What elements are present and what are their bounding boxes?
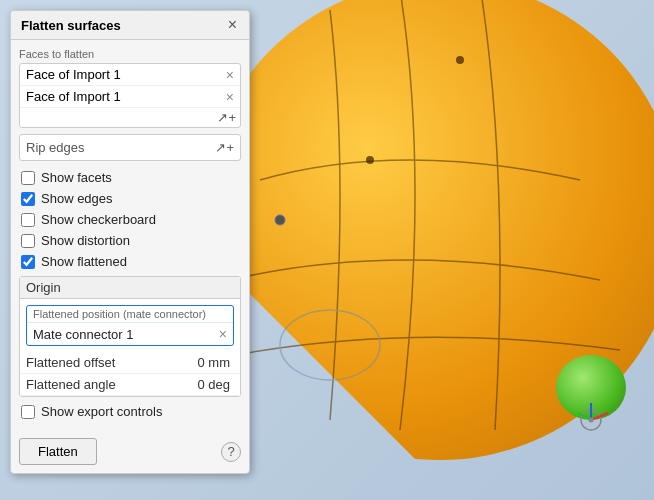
flattened-pos-row: Mate connector 1 × — [27, 323, 233, 345]
help-icon[interactable]: ? — [221, 442, 241, 462]
prop-value-angle: 0 deg — [197, 377, 234, 392]
show-facets-label[interactable]: Show facets — [41, 170, 112, 185]
faces-add-area[interactable]: ↗+ — [20, 108, 240, 127]
svg-point-2 — [366, 156, 374, 164]
flatten-button[interactable]: Flatten — [19, 438, 97, 465]
face-row-2: Face of Import 1 × — [20, 86, 240, 108]
flattened-pos-value: Mate connector 1 — [33, 327, 133, 342]
flattened-pos-header: Flattened position (mate connector) — [27, 306, 233, 323]
show-export-label[interactable]: Show export controls — [41, 404, 162, 419]
checkbox-show-checkerboard: Show checkerboard — [19, 211, 241, 228]
checkbox-show-flattened: Show flattened — [19, 253, 241, 270]
show-edges-checkbox[interactable] — [21, 192, 35, 206]
face-remove-btn-1[interactable]: × — [226, 68, 234, 82]
rip-edges-label: Rip edges — [26, 140, 85, 155]
axis-indicator — [566, 395, 616, 445]
faces-cursor-icon: ↗+ — [217, 110, 236, 125]
rip-edges-box[interactable]: Rip edges ↗+ — [19, 134, 241, 161]
faces-input-box: Face of Import 1 × Face of Import 1 × ↗+ — [19, 63, 241, 128]
prop-label-offset: Flattened offset — [20, 355, 115, 370]
prop-value-offset: 0 mm — [198, 355, 235, 370]
show-edges-label[interactable]: Show edges — [41, 191, 113, 206]
checkbox-show-distortion: Show distortion — [19, 232, 241, 249]
panel-bottom: Flatten ? — [11, 432, 249, 473]
svg-point-0 — [280, 310, 380, 380]
svg-point-8 — [589, 418, 594, 423]
prop-row-angle: Flattened angle 0 deg — [20, 374, 240, 396]
show-checkerboard-checkbox[interactable] — [21, 213, 35, 227]
checkbox-show-export: Show export controls — [19, 403, 241, 420]
show-export-checkbox[interactable] — [21, 405, 35, 419]
show-checkerboard-label[interactable]: Show checkerboard — [41, 212, 156, 227]
checkbox-show-edges: Show edges — [19, 190, 241, 207]
face-remove-btn-2[interactable]: × — [226, 90, 234, 104]
prop-row-offset: Flattened offset 0 mm — [20, 352, 240, 374]
show-flattened-label[interactable]: Show flattened — [41, 254, 127, 269]
flatten-surfaces-panel: Flatten surfaces × Faces to flatten Face… — [10, 10, 250, 474]
svg-point-1 — [456, 56, 464, 64]
faces-section-label: Faces to flatten — [19, 48, 241, 60]
panel-header: Flatten surfaces × — [11, 11, 249, 40]
face-row-1: Face of Import 1 × — [20, 64, 240, 86]
face-name-2: Face of Import 1 — [26, 89, 121, 104]
checkbox-show-facets: Show facets — [19, 169, 241, 186]
panel-close-button[interactable]: × — [226, 17, 239, 33]
prop-label-angle: Flattened angle — [20, 377, 116, 392]
main-container: Flatten surfaces × Faces to flatten Face… — [0, 0, 654, 500]
origin-header: Origin — [20, 277, 240, 299]
flattened-pos-remove-btn[interactable]: × — [219, 326, 227, 342]
rip-edges-cursor-icon: ↗+ — [215, 140, 234, 155]
panel-body: Faces to flatten Face of Import 1 × Face… — [11, 40, 249, 432]
face-name-1: Face of Import 1 — [26, 67, 121, 82]
flattened-position-box: Flattened position (mate connector) Mate… — [26, 305, 234, 346]
show-flattened-checkbox[interactable] — [21, 255, 35, 269]
svg-point-3 — [275, 215, 285, 225]
panel-title: Flatten surfaces — [21, 18, 121, 33]
show-facets-checkbox[interactable] — [21, 171, 35, 185]
origin-section: Origin Flattened position (mate connecto… — [19, 276, 241, 397]
show-distortion-checkbox[interactable] — [21, 234, 35, 248]
show-distortion-label[interactable]: Show distortion — [41, 233, 130, 248]
